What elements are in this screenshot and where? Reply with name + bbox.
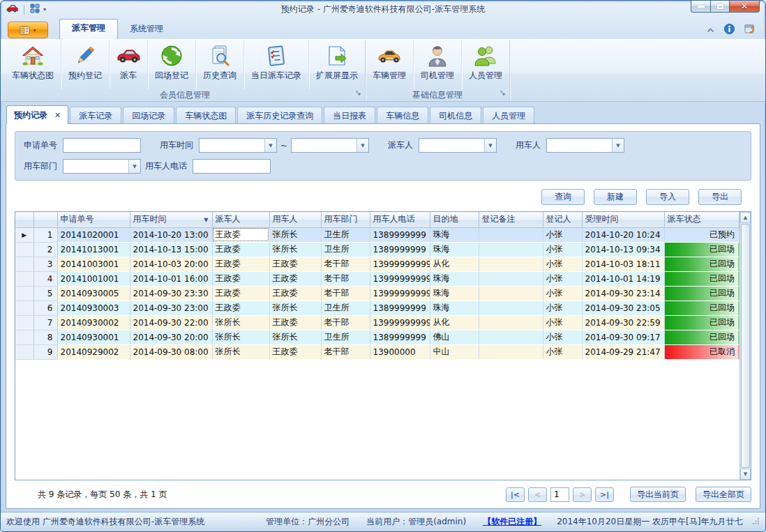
cell-status[interactable]: 已回场 bbox=[664, 330, 739, 344]
col-dispatcher[interactable]: 派车人 bbox=[212, 212, 269, 227]
cell-user[interactable]: 张所长 bbox=[269, 301, 321, 315]
cell-registrar[interactable]: 小张 bbox=[543, 257, 582, 271]
cell-dispatcher[interactable]: 张所长 bbox=[212, 344, 269, 359]
cell-dept[interactable]: 老干部 bbox=[321, 286, 370, 301]
cell-dispatcher[interactable]: 王政委 bbox=[212, 271, 269, 286]
table-row[interactable]: 5201409300052014-09-30 23:30王政委王政委老干部139… bbox=[15, 286, 739, 301]
doc-tab-reservation-records[interactable]: 预约记录 ✕ bbox=[6, 105, 68, 124]
row-number[interactable]: 9 bbox=[33, 344, 57, 359]
cell-dept[interactable]: 卫生所 bbox=[321, 242, 370, 257]
cell-user[interactable]: 张所长 bbox=[269, 227, 321, 242]
cell-user[interactable]: 王政委 bbox=[269, 344, 321, 359]
cell-dept[interactable]: 老干部 bbox=[321, 315, 370, 330]
cell-accepted[interactable]: 2014-09-29 21:47 bbox=[582, 344, 664, 359]
cell-order[interactable]: 20140930003 bbox=[57, 301, 130, 315]
cell-status[interactable]: 已回场 bbox=[664, 315, 739, 330]
doc-tab-return-records[interactable]: 回场记录 bbox=[123, 107, 174, 123]
cell-order[interactable]: 20141013001 bbox=[57, 242, 130, 257]
quick-access-dropdown-icon[interactable]: ▾ bbox=[43, 6, 46, 13]
cell-dispatcher[interactable]: 张所长 bbox=[212, 315, 269, 330]
scroll-down-icon[interactable]: ▼ bbox=[740, 469, 751, 480]
cell-registrar[interactable]: 小张 bbox=[543, 315, 582, 330]
cell-user[interactable]: 王政委 bbox=[269, 315, 321, 330]
export-current-page-button[interactable]: 导出当前页 bbox=[630, 487, 686, 502]
table-row[interactable]: 4201410010012014-10-01 16:00王政委王政委老干部139… bbox=[15, 271, 739, 286]
cell-accepted[interactable]: 2014-09-30 23:05 bbox=[582, 301, 664, 315]
cell-time[interactable]: 2014-10-20 13:00 bbox=[130, 227, 212, 242]
cell-dispatcher[interactable]: 王政委 bbox=[212, 227, 269, 242]
import-button[interactable]: 导入 bbox=[646, 189, 689, 205]
row-indicator[interactable] bbox=[15, 330, 33, 344]
scrollbar-thumb[interactable] bbox=[741, 224, 750, 468]
cell-time[interactable]: 2014-09-30 23:30 bbox=[130, 286, 212, 301]
cell-order[interactable]: 20141020001 bbox=[57, 227, 130, 242]
cell-dispatcher[interactable]: 王政委 bbox=[212, 257, 269, 271]
chevron-down-icon[interactable]: ▼ bbox=[612, 139, 624, 152]
row-number[interactable]: 1 bbox=[33, 227, 57, 242]
table-row[interactable]: 9201409290022014-09-30 08:00张所长王政委老干部139… bbox=[15, 344, 739, 359]
export-all-pages-button[interactable]: 导出全部页 bbox=[696, 487, 751, 502]
last-page-button[interactable]: >| bbox=[595, 487, 614, 502]
ribbon-tab-system[interactable]: 系统管理 bbox=[118, 20, 175, 39]
chevron-down-icon[interactable]: ▼ bbox=[484, 139, 496, 152]
cell-time[interactable]: 2014-09-30 08:00 bbox=[130, 344, 212, 359]
export-button[interactable]: 导出 bbox=[698, 189, 742, 205]
cell-order[interactable]: 20140930002 bbox=[57, 315, 130, 330]
order-no-input[interactable] bbox=[63, 138, 141, 153]
cell-dest[interactable]: 佛山 bbox=[430, 330, 479, 344]
cell-registrar[interactable]: 小张 bbox=[543, 227, 582, 242]
resize-grip-icon[interactable] bbox=[752, 517, 760, 527]
license-registered-link[interactable]: 【软件已注册】 bbox=[483, 516, 541, 528]
col-use-dept[interactable]: 用车部门 bbox=[321, 212, 370, 227]
cell-phone[interactable]: 13999999999 bbox=[370, 257, 430, 271]
cell-accepted[interactable]: 2014-10-01 14:19 bbox=[582, 271, 664, 286]
close-button[interactable]: ✕ bbox=[730, 1, 760, 13]
first-page-button[interactable]: |< bbox=[506, 487, 525, 502]
col-register-note[interactable]: 登记备注 bbox=[479, 212, 543, 227]
chevron-down-icon[interactable]: ▼ bbox=[128, 160, 140, 173]
cell-time[interactable]: 2014-10-03 20:00 bbox=[130, 257, 212, 271]
doc-tab-driver-info[interactable]: 司机信息 bbox=[430, 107, 481, 123]
cell-note[interactable] bbox=[479, 301, 543, 315]
doc-tab-vehicle-info[interactable]: 车辆信息 bbox=[377, 107, 428, 123]
cell-note[interactable] bbox=[479, 344, 543, 359]
today-dispatch-records-button[interactable]: 当日派车记录 bbox=[244, 40, 309, 89]
user-phone-input[interactable] bbox=[193, 159, 271, 174]
cell-order[interactable]: 20141001001 bbox=[57, 271, 130, 286]
cell-dept[interactable]: 老干部 bbox=[321, 257, 370, 271]
table-row[interactable]: 2201410130012014-10-13 15:00王政委张所长卫生所138… bbox=[15, 242, 739, 257]
cell-phone[interactable]: 13999999999 bbox=[370, 286, 430, 301]
dispatcher-combo[interactable]: ▼ bbox=[419, 138, 497, 153]
cell-phone[interactable]: 1389999999 bbox=[370, 330, 430, 344]
row-indicator-arrow-icon[interactable]: ▶ bbox=[15, 227, 33, 242]
chevron-down-icon[interactable]: ▼ bbox=[264, 139, 276, 152]
vertical-scrollbar[interactable]: ▲ ▼ bbox=[739, 212, 751, 480]
cell-user[interactable]: 张所长 bbox=[269, 242, 321, 257]
cell-registrar[interactable]: 小张 bbox=[543, 301, 582, 315]
cell-dispatcher[interactable]: 张所长 bbox=[212, 330, 269, 344]
cell-order[interactable]: 20141003001 bbox=[57, 257, 130, 271]
cell-dest[interactable]: 中山 bbox=[430, 344, 479, 359]
doc-tab-daily-report[interactable]: 当日报表 bbox=[324, 107, 375, 123]
info-icon[interactable] bbox=[724, 24, 735, 36]
cell-registrar[interactable]: 小张 bbox=[543, 271, 582, 286]
scroll-up-icon[interactable]: ▲ bbox=[740, 212, 751, 223]
use-time-from-combo[interactable]: ▼ bbox=[199, 138, 277, 153]
cell-note[interactable] bbox=[479, 330, 543, 344]
vehicle-status-map-button[interactable]: 车辆状态图 bbox=[5, 40, 61, 89]
cell-accepted[interactable]: 2014-10-20 10:24 bbox=[582, 227, 664, 242]
cell-phone[interactable]: 13999999999 bbox=[370, 271, 430, 286]
cell-phone[interactable]: 13900000 bbox=[370, 344, 430, 359]
cell-note[interactable] bbox=[479, 286, 543, 301]
cell-phone[interactable]: 1389999999 bbox=[370, 242, 430, 257]
row-indicator[interactable] bbox=[15, 315, 33, 330]
cell-accepted[interactable]: 2014-09-30 22:59 bbox=[582, 315, 664, 330]
cell-status[interactable]: 已预约 bbox=[664, 227, 739, 242]
cell-dept[interactable]: 卫生所 bbox=[321, 301, 370, 315]
cell-time[interactable]: 2014-09-30 20:00 bbox=[130, 330, 212, 344]
app-menu-button[interactable]: ▾ bbox=[8, 22, 48, 38]
cell-registrar[interactable]: 小张 bbox=[543, 330, 582, 344]
cell-order[interactable]: 20140930001 bbox=[57, 330, 130, 344]
cell-time[interactable]: 2014-10-01 16:00 bbox=[130, 271, 212, 286]
page-number-input[interactable] bbox=[550, 487, 569, 502]
